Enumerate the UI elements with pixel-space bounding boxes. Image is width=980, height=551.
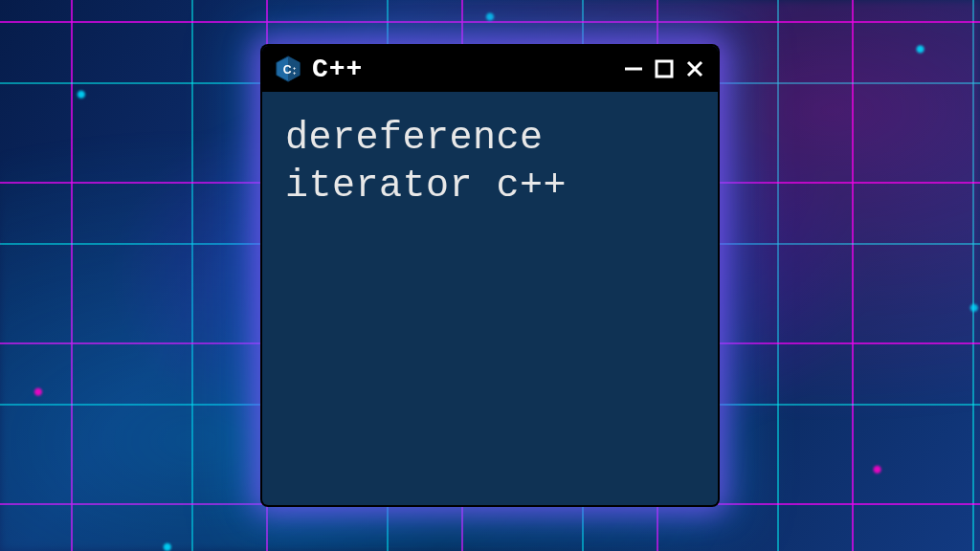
- window-controls: [622, 57, 706, 80]
- content-line-2: iterator c++: [285, 163, 695, 210]
- svg-rect-6: [657, 61, 672, 77]
- terminal-window: C + + C++ dereference iterator c++: [262, 46, 718, 505]
- cpp-hexagon-icon: C + +: [274, 55, 302, 83]
- window-title: C++: [312, 55, 612, 84]
- minimize-button[interactable]: [622, 57, 645, 80]
- content-line-1: dereference: [285, 115, 695, 163]
- maximize-button[interactable]: [653, 57, 676, 80]
- terminal-content: dereference iterator c++: [262, 92, 718, 505]
- close-button[interactable]: [683, 57, 706, 80]
- svg-text:C: C: [283, 63, 292, 77]
- window-titlebar[interactable]: C + + C++: [262, 46, 718, 92]
